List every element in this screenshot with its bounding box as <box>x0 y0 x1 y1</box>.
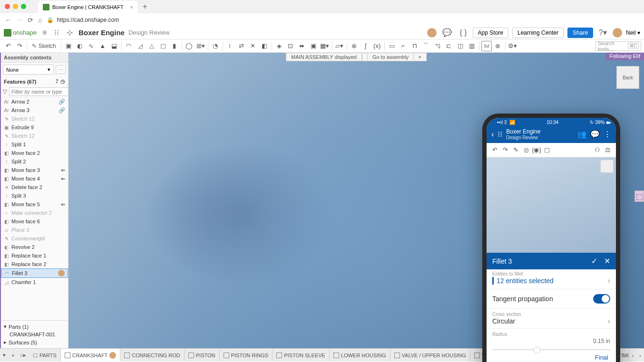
back-button[interactable]: ← <box>5 16 11 24</box>
onshape-logo[interactable]: onshape <box>4 29 37 37</box>
thicken-icon[interactable]: ⬓ <box>109 41 119 51</box>
final-button[interactable]: Final <box>492 354 610 361</box>
feature-item[interactable]: ✎Counterweight <box>1 234 68 243</box>
boolean-icon[interactable]: ◔ <box>210 41 221 51</box>
modify-icon[interactable]: ◧ <box>259 41 270 51</box>
minimize-window-button[interactable] <box>13 4 18 9</box>
phone-chat-icon[interactable]: 💬 <box>590 130 600 139</box>
extrude-icon[interactable]: ▣ <box>63 41 74 51</box>
fillet-cancel-icon[interactable]: ✕ <box>604 257 610 266</box>
radius-value[interactable]: 0.15 in <box>492 337 610 346</box>
unfold-icon[interactable]: ⊏ <box>444 41 454 51</box>
forward-button[interactable]: → <box>16 16 23 24</box>
phone-feature-icon[interactable]: {◉} <box>531 145 542 155</box>
feature-item[interactable]: ✕Delete face 2 <box>1 183 68 191</box>
scroll-tabs-left[interactable]: ‹ <box>629 349 637 362</box>
fillet-icon[interactable]: ◠ <box>124 41 134 51</box>
bottom-tab[interactable]: PISTON SLEEVE <box>273 349 330 362</box>
filter-input[interactable] <box>9 87 68 96</box>
feature-item[interactable]: ◧Move face 4⇐ <box>1 174 68 183</box>
bottom-tab[interactable]: PISTON RINGS <box>220 349 273 362</box>
surface-tool-icon[interactable]: ◈ <box>274 41 284 51</box>
home-button[interactable]: ⌂ <box>38 16 42 24</box>
feature-item[interactable]: ◧Replace face 1 <box>1 251 68 260</box>
feature-item[interactable]: ✎Sketch 11 <box>1 114 68 123</box>
view-cube[interactable]: Back <box>616 66 639 89</box>
tab-tool-icon[interactable]: ⊓ <box>410 41 420 51</box>
phone-sketch-icon[interactable]: ✎ <box>510 145 521 155</box>
parts-item[interactable]: CRANKSHAFT-001 <box>4 331 65 338</box>
replace-face-icon[interactable]: ▣ <box>308 41 319 51</box>
parts-header[interactable]: ▾Parts (1) <box>4 323 65 331</box>
feature-item[interactable]: ◿Chamfer 1 <box>1 278 68 286</box>
phone-users-icon[interactable]: 👥 <box>577 130 586 139</box>
feature-item[interactable]: ⫶Split 1 <box>1 140 68 149</box>
sketch-button[interactable]: ✎Sketch <box>29 42 59 50</box>
feature-item[interactable]: ⫶Split 2 <box>1 157 68 166</box>
tangent-toggle[interactable] <box>593 294 610 304</box>
close-tab-icon[interactable]: × <box>130 4 133 10</box>
feature-item[interactable]: ArArrow 2🔗 <box>1 97 68 106</box>
feature-item[interactable]: ArArrow 3🔗 <box>1 106 68 114</box>
phone-tree-icon[interactable]: ⁝⁝ <box>498 130 502 139</box>
learning-center-button[interactable]: Learning Center <box>512 28 564 38</box>
insert-icon[interactable]: ⊹ <box>65 27 75 38</box>
chamfer-icon[interactable]: ◿ <box>135 41 146 51</box>
phone-balance-icon[interactable]: ⚖ <box>603 145 613 155</box>
rib-icon[interactable]: ▮ <box>169 41 180 51</box>
share-button[interactable]: Share <box>567 28 593 38</box>
split-icon[interactable]: ⫶ <box>225 41 235 51</box>
refresh-icon[interactable]: ◷ <box>60 78 65 85</box>
feature-item[interactable]: ✎Sketch 12 <box>1 132 68 140</box>
feature-item[interactable]: ◧Move face 3⇐ <box>1 166 68 174</box>
phone-view-icon[interactable]: ◎ <box>521 145 531 155</box>
close-window-button[interactable] <box>5 4 10 9</box>
phone-canvas[interactable]: Fillet 3 ✓ ✕ Entities to fillet 12 entit… <box>487 157 616 362</box>
tree-icon[interactable]: ⁝⁝ <box>52 27 61 38</box>
browser-tab[interactable]: Boxer Engine | CRANKSHAFT × <box>38 1 138 13</box>
sd-icon[interactable]: Sd <box>481 41 492 51</box>
surfaces-header[interactable]: ▸Surfaces (5) <box>4 338 65 346</box>
feature-item[interactable]: ◠Fillet 3 <box>1 268 68 278</box>
plane-icon[interactable]: ▱▾ <box>334 41 345 51</box>
maximize-window-button[interactable] <box>21 4 26 9</box>
app-store-button[interactable]: App Store <box>473 28 508 38</box>
scroll-tabs-right[interactable]: › <box>636 349 644 362</box>
variable-icon[interactable]: (x) <box>372 41 382 51</box>
goto-assembly-button[interactable]: Go to assembly × <box>362 53 427 61</box>
tool-b-icon[interactable]: ◫ <box>455 41 466 51</box>
phone-back-icon[interactable]: ‹ <box>491 130 494 139</box>
filter-icon[interactable]: ▽ <box>3 88 7 95</box>
custom-features-icon[interactable]: ⚙▾ <box>507 41 518 51</box>
phone-undo-icon[interactable]: ↶ <box>489 145 500 155</box>
reload-button[interactable]: ⟳ <box>28 16 33 24</box>
sweep-icon[interactable]: ∿ <box>86 41 97 51</box>
comments-icon[interactable]: 💬 <box>440 27 454 38</box>
bottom-tab[interactable]: ▢PARTS <box>29 349 61 362</box>
feature-item[interactable]: ○Mate connector 2 <box>1 209 68 217</box>
bottom-home-icon[interactable]: ⌂▸ <box>17 349 29 362</box>
new-tab-button[interactable]: + <box>143 2 147 11</box>
add-icon[interactable]: ⊕ <box>493 41 503 51</box>
context-menu-icon[interactable]: ⋯ <box>56 65 66 74</box>
phone-user-icon[interactable]: ⚇ <box>592 145 603 155</box>
feature-item[interactable]: ⫶Split 3 <box>1 191 68 200</box>
phone-more-icon[interactable]: ⋮ <box>604 130 611 139</box>
bottom-menu-icon[interactable]: ▾ <box>0 349 9 362</box>
menu-icon[interactable]: ≡ <box>40 28 49 38</box>
transform-icon[interactable]: ⇄ <box>236 41 247 51</box>
offset-icon[interactable]: ⊡ <box>285 41 296 51</box>
context-select[interactable]: None▾ <box>3 65 54 75</box>
feature-item[interactable]: ◧Move face 5⇐ <box>1 200 68 209</box>
url-field[interactable]: 🔒 https://cad.onshape.com <box>47 17 639 23</box>
help-icon[interactable]: ?▾ <box>597 27 609 38</box>
loft-icon[interactable]: ▲ <box>98 41 108 51</box>
fillet-accept-icon[interactable]: ✓ <box>591 257 597 266</box>
bottom-tab[interactable]: CRANKSHAFT <box>61 349 121 362</box>
delete-face-icon[interactable]: ✕ <box>248 41 258 51</box>
entities-row[interactable]: Entities to fillet 12 entities selected› <box>487 269 616 289</box>
tool-c-icon[interactable]: ▥ <box>467 41 477 51</box>
feature-item[interactable]: ◐Revolve 2 <box>1 243 68 251</box>
feature-item[interactable]: ▱Plane 3 <box>1 226 68 234</box>
rollback-icon[interactable]: ⤴ <box>56 78 59 85</box>
